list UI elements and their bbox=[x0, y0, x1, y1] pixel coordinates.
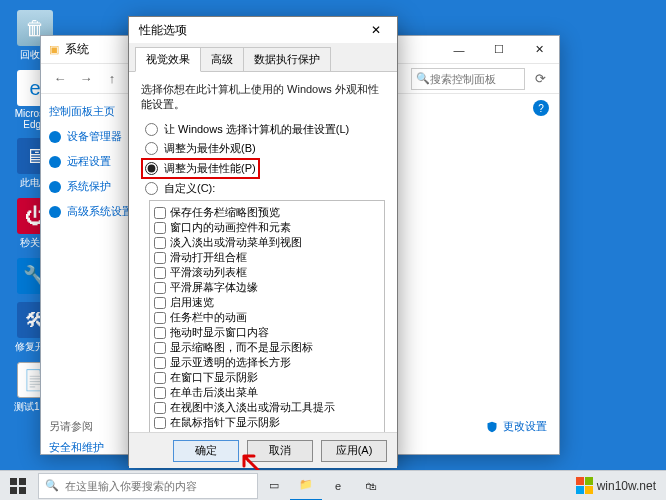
radio-input[interactable] bbox=[145, 182, 158, 195]
control-panel-search[interactable]: 🔍 bbox=[411, 68, 525, 90]
nav-forward-button[interactable]: → bbox=[75, 68, 97, 90]
check-label: 显示亚透明的选择长方形 bbox=[170, 355, 291, 370]
checkbox[interactable] bbox=[154, 327, 166, 339]
radio-input[interactable] bbox=[145, 142, 158, 155]
svg-rect-2 bbox=[10, 487, 17, 494]
check-item[interactable]: 显示缩略图，而不是显示图标 bbox=[152, 340, 382, 355]
check-label: 保存任务栏缩略图预览 bbox=[170, 205, 280, 220]
ok-button[interactable]: 确定 bbox=[173, 440, 239, 462]
checkbox[interactable] bbox=[154, 282, 166, 294]
check-item[interactable]: 在鼠标指针下显示阴影 bbox=[152, 415, 382, 430]
checkbox[interactable] bbox=[154, 312, 166, 324]
checkbox[interactable] bbox=[154, 297, 166, 309]
taskbar-app-store[interactable]: 🛍 bbox=[354, 471, 386, 501]
check-item[interactable]: 平滑屏幕字体边缘 bbox=[152, 280, 382, 295]
check-item[interactable]: 显示亚透明的选择长方形 bbox=[152, 355, 382, 370]
apply-button[interactable]: 应用(A) bbox=[321, 440, 387, 462]
check-label: 平滑屏幕字体边缘 bbox=[170, 280, 258, 295]
shield-icon bbox=[49, 206, 61, 218]
checkbox[interactable] bbox=[154, 357, 166, 369]
check-label: 淡入淡出或滑动菜单到视图 bbox=[170, 235, 302, 250]
radio-best-appearance[interactable]: 调整为最佳外观(B) bbox=[145, 141, 385, 156]
performance-options-dialog: 性能选项 ✕ 视觉效果 高级 数据执行保护 选择你想在此计算机上使用的 Wind… bbox=[128, 16, 398, 466]
check-item[interactable]: 淡入淡出或滑动菜单到视图 bbox=[152, 235, 382, 250]
check-label: 拖动时显示窗口内容 bbox=[170, 325, 269, 340]
nav-back-button[interactable]: ← bbox=[49, 68, 71, 90]
dialog-body: 选择你想在此计算机上使用的 Windows 外观和性能设置。 让 Windows… bbox=[129, 72, 397, 432]
radio-label: 调整为最佳外观(B) bbox=[164, 141, 256, 156]
sidebar-item-label: 设备管理器 bbox=[67, 129, 122, 144]
check-item[interactable]: 在窗口下显示阴影 bbox=[152, 370, 382, 385]
check-item[interactable]: 窗口内的动画控件和元素 bbox=[152, 220, 382, 235]
radio-input[interactable] bbox=[145, 123, 158, 136]
radio-input[interactable] bbox=[145, 162, 158, 175]
checkbox[interactable] bbox=[154, 267, 166, 279]
check-item[interactable]: 保存任务栏缩略图预览 bbox=[152, 205, 382, 220]
dialog-tabs: 视觉效果 高级 数据执行保护 bbox=[129, 43, 397, 72]
check-item[interactable]: 滑动打开组合框 bbox=[152, 250, 382, 265]
start-button[interactable] bbox=[0, 471, 36, 501]
radio-best-performance[interactable]: 调整为最佳性能(P) bbox=[143, 160, 258, 177]
help-icon[interactable]: ? bbox=[533, 100, 549, 116]
folder-icon: ▣ bbox=[49, 43, 59, 56]
check-label: 显示缩略图，而不是显示图标 bbox=[170, 340, 313, 355]
dialog-intro: 选择你想在此计算机上使用的 Windows 外观和性能设置。 bbox=[141, 82, 385, 112]
taskbar: 🔍 ▭ 📁 e 🛍 win10w.net bbox=[0, 470, 666, 500]
taskbar-app-explorer[interactable]: 📁 bbox=[290, 471, 322, 501]
change-settings-label: 更改设置 bbox=[503, 420, 547, 432]
search-icon: 🔍 bbox=[45, 479, 59, 492]
dialog-close-button[interactable]: ✕ bbox=[361, 18, 391, 42]
check-item[interactable]: 拖动时显示窗口内容 bbox=[152, 325, 382, 340]
checkbox[interactable] bbox=[154, 222, 166, 234]
radio-custom[interactable]: 自定义(C): bbox=[145, 181, 385, 196]
taskbar-search[interactable]: 🔍 bbox=[38, 473, 258, 499]
checkbox[interactable] bbox=[154, 432, 166, 433]
sidebar-item-label: 高级系统设置 bbox=[67, 204, 133, 219]
radio-label: 自定义(C): bbox=[164, 181, 215, 196]
radio-label: 让 Windows 选择计算机的最佳设置(L) bbox=[164, 122, 349, 137]
watermark-logo-icon bbox=[576, 477, 593, 494]
shield-icon bbox=[49, 156, 61, 168]
tab-visual-effects[interactable]: 视觉效果 bbox=[135, 47, 201, 72]
check-item[interactable]: 在视图中淡入淡出或滑动工具提示 bbox=[152, 400, 382, 415]
nav-up-button[interactable]: ↑ bbox=[101, 68, 123, 90]
check-item[interactable]: 平滑滚动列表框 bbox=[152, 265, 382, 280]
checkbox[interactable] bbox=[154, 372, 166, 384]
checkbox[interactable] bbox=[154, 402, 166, 414]
taskbar-search-input[interactable] bbox=[65, 480, 251, 492]
tab-dep[interactable]: 数据执行保护 bbox=[243, 47, 331, 71]
close-button[interactable]: ✕ bbox=[519, 36, 559, 64]
search-icon: 🔍 bbox=[416, 72, 430, 85]
sidebar-item-label: 远程设置 bbox=[67, 154, 111, 169]
checkbox[interactable] bbox=[154, 342, 166, 354]
maximize-button[interactable]: ☐ bbox=[479, 36, 519, 64]
checkbox[interactable] bbox=[154, 417, 166, 429]
change-settings-link[interactable]: 更改设置 bbox=[486, 419, 547, 434]
checkbox[interactable] bbox=[154, 207, 166, 219]
search-input[interactable] bbox=[430, 73, 520, 85]
check-item[interactable]: 启用速览 bbox=[152, 295, 382, 310]
radio-let-windows-choose[interactable]: 让 Windows 选择计算机的最佳设置(L) bbox=[145, 122, 385, 137]
checkbox[interactable] bbox=[154, 252, 166, 264]
svg-rect-0 bbox=[10, 478, 17, 485]
check-label: 平滑滚动列表框 bbox=[170, 265, 247, 280]
sidebar-item-label: 系统保护 bbox=[67, 179, 111, 194]
check-item[interactable]: 任务栏中的动画 bbox=[152, 310, 382, 325]
windows-logo-icon bbox=[10, 478, 26, 494]
check-label: 窗口内的动画控件和元素 bbox=[170, 220, 291, 235]
shield-icon bbox=[486, 421, 498, 433]
refresh-button[interactable]: ⟳ bbox=[529, 68, 551, 90]
taskbar-app-edge[interactable]: e bbox=[322, 471, 354, 501]
effects-checklist[interactable]: 保存任务栏缩略图预览 窗口内的动画控件和元素 淡入淡出或滑动菜单到视图 滑动打开… bbox=[149, 200, 385, 432]
task-view-button[interactable]: ▭ bbox=[258, 471, 290, 501]
check-label: 在鼠标指针下显示阴影 bbox=[170, 415, 280, 430]
minimize-button[interactable]: — bbox=[439, 36, 479, 64]
tab-advanced[interactable]: 高级 bbox=[200, 47, 244, 71]
check-label: 启用速览 bbox=[170, 295, 214, 310]
checkbox[interactable] bbox=[154, 387, 166, 399]
dialog-titlebar[interactable]: 性能选项 ✕ bbox=[129, 17, 397, 43]
check-item[interactable]: 在单击后淡出菜单 bbox=[152, 385, 382, 400]
checkbox[interactable] bbox=[154, 237, 166, 249]
svg-rect-3 bbox=[19, 487, 26, 494]
cancel-button[interactable]: 取消 bbox=[247, 440, 313, 462]
